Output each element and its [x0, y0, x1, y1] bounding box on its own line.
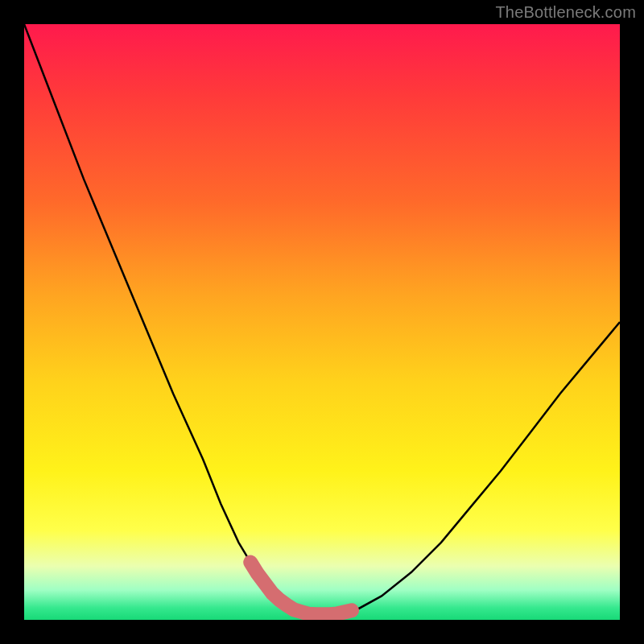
plot-area	[24, 24, 620, 620]
bottleneck-curve	[24, 24, 620, 614]
chart-frame: TheBottleneck.com	[0, 0, 644, 644]
curve-layer	[24, 24, 620, 620]
highlight-segment	[250, 563, 352, 615]
watermark-text: TheBottleneck.com	[495, 3, 636, 22]
